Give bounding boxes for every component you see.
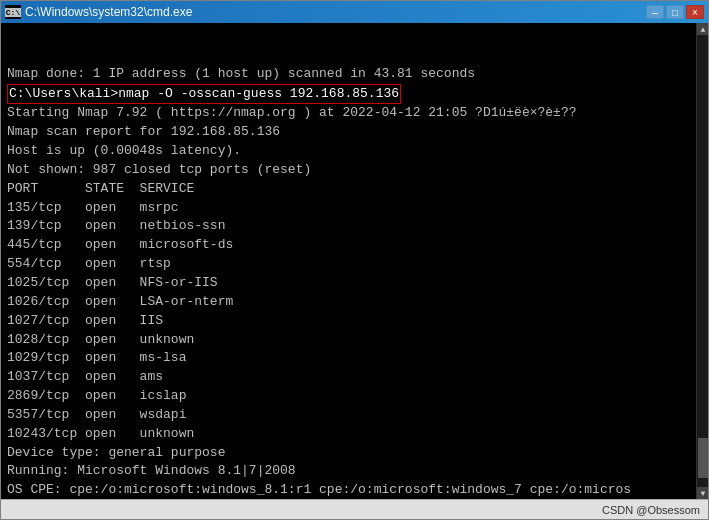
terminal-line: 554/tcp open rtsp [7,255,702,274]
terminal-line: 1028/tcp open unknown [7,331,702,350]
terminal-line: 445/tcp open microsoft-ds [7,236,702,255]
cmd-icon: C:\ [5,5,21,19]
terminal-line: 2869/tcp open icslap [7,387,702,406]
scroll-up-arrow[interactable]: ▲ [697,23,708,35]
statusbar-text: CSDN @Obsessom [602,504,700,516]
terminal-line: Nmap done: 1 IP address (1 host up) scan… [7,65,702,84]
terminal-line: Starting Nmap 7.92 ( https://nmap.org ) … [7,104,702,123]
terminal-line: 139/tcp open netbios-ssn [7,217,702,236]
cmd-window: C:\ C:\Windows\system32\cmd.exe – □ × Nm… [0,0,709,520]
scroll-thumb[interactable] [698,438,708,478]
highlighted-command: C:\Users\kali>nmap -O -osscan-guess 192.… [7,84,401,105]
scroll-down-arrow[interactable]: ▼ [697,487,708,499]
titlebar-left: C:\ C:\Windows\system32\cmd.exe [5,5,192,19]
window-title: C:\Windows\system32\cmd.exe [25,5,192,19]
terminal-line: 5357/tcp open wsdapi [7,406,702,425]
terminal-line: OS CPE: cpe:/o:microsoft:windows_8.1:r1 … [7,481,702,499]
terminal-line: 10243/tcp open unknown [7,425,702,444]
terminal-line: C:\Users\kali>nmap -O -osscan-guess 192.… [7,84,702,105]
terminal-line: 1026/tcp open LSA-or-nterm [7,293,702,312]
terminal-line: 1037/tcp open ams [7,368,702,387]
titlebar: C:\ C:\Windows\system32\cmd.exe – □ × [1,1,708,23]
terminal-content: Nmap done: 1 IP address (1 host up) scan… [7,27,702,499]
terminal-line: 1025/tcp open NFS-or-IIS [7,274,702,293]
terminal-line: Device type: general purpose [7,444,702,463]
terminal-line: PORT STATE SERVICE [7,180,702,199]
terminal-line: Nmap scan report for 192.168.85.136 [7,123,702,142]
terminal-line: 135/tcp open msrpc [7,199,702,218]
maximize-button[interactable]: □ [666,5,684,19]
minimize-button[interactable]: – [646,5,664,19]
close-button[interactable]: × [686,5,704,19]
terminal-line: Running: Microsoft Windows 8.1|7|2008 [7,462,702,481]
terminal-line: Host is up (0.00048s latency). [7,142,702,161]
terminal-line: 1029/tcp open ms-lsa [7,349,702,368]
titlebar-buttons: – □ × [646,5,704,19]
terminal-area[interactable]: Nmap done: 1 IP address (1 host up) scan… [1,23,708,499]
scrollbar[interactable]: ▲ ▼ [696,23,708,499]
statusbar: CSDN @Obsessom [1,499,708,519]
terminal-line: 1027/tcp open IIS [7,312,702,331]
terminal-line: Not shown: 987 closed tcp ports (reset) [7,161,702,180]
